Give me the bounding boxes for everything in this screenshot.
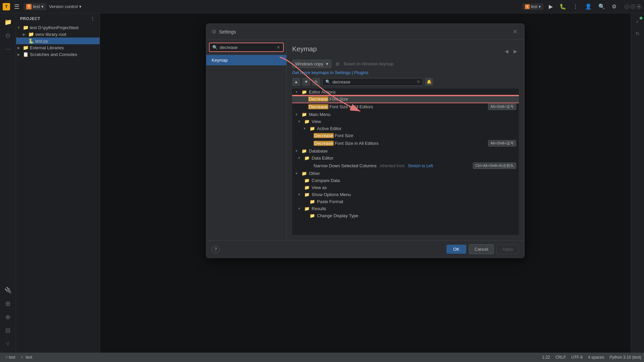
- folder-icon: 📁: [310, 199, 315, 204]
- decrease-font-size-all-item[interactable]: Decrease Font Size in All Editors Alt+Sh…: [292, 103, 519, 111]
- dialog-footer: ? OK Cancel Apply: [206, 240, 524, 258]
- tree-item-root[interactable]: ▼ 📁 test D:\pythonProject\test: [16, 24, 100, 31]
- view-as-subgroup[interactable]: 📁 View as: [292, 184, 519, 191]
- keymap-search-input[interactable]: [332, 79, 415, 84]
- more-options-button[interactable]: ⋮: [572, 3, 580, 10]
- line-separator[interactable]: CRLF: [555, 355, 566, 360]
- close-button[interactable]: ✕: [637, 4, 641, 9]
- decrease-font-size-item-2[interactable]: Decrease Font Size: [292, 132, 519, 139]
- hamburger-menu[interactable]: ☰: [13, 2, 21, 12]
- item-label: Decrease Font Size in All Editors: [314, 141, 378, 146]
- settings-nav-keymap[interactable]: Keymap: [206, 55, 286, 65]
- updates-icon[interactable]: ↻: [632, 28, 643, 39]
- dialog-close-button[interactable]: ✕: [511, 28, 519, 36]
- activity-terminal-icon[interactable]: ⊟: [2, 324, 14, 337]
- nav-arrows: ◀ ▶: [503, 48, 519, 55]
- apply-button[interactable]: Apply: [496, 244, 519, 254]
- tree-item-external-libs[interactable]: ▶ 📁 External Libraries: [16, 44, 100, 51]
- tree-label: venv library root: [35, 32, 97, 37]
- compare-data-subgroup[interactable]: 📁 Compare Data: [292, 177, 519, 184]
- group-label: Editor Actions: [309, 89, 516, 95]
- activity-project-icon[interactable]: 📁: [2, 16, 14, 28]
- tree-item-scratches[interactable]: ▶ 📋 Scratches and Consoles: [16, 51, 100, 58]
- show-options-menu-subgroup[interactable]: ▼ 📁 Show Options Menu: [292, 191, 519, 198]
- project-selector[interactable]: T test ▾: [23, 3, 46, 10]
- folder-icon: 📁: [304, 119, 310, 124]
- narrow-down-item[interactable]: Narrow Down Selected Columns inherited f…: [292, 162, 519, 170]
- settings-icon[interactable]: ⚙: [610, 3, 618, 10]
- account-icon[interactable]: 👤: [584, 3, 593, 10]
- version-control[interactable]: Version control ▾: [49, 4, 82, 9]
- activity-commit-icon[interactable]: ⊙: [2, 29, 14, 42]
- tree-item-venv[interactable]: ▶ 📁 venv library root: [16, 31, 100, 38]
- chevron-down-icon: ▼: [295, 90, 300, 94]
- search-icon[interactable]: 🔍: [597, 3, 606, 10]
- data-editor-subgroup[interactable]: ▼ 📁 Data Editor: [292, 155, 519, 162]
- filter-down-button[interactable]: ▼: [302, 78, 310, 86]
- bell-icon[interactable]: 🔔: [425, 78, 433, 86]
- item-label: Decrease Font Size: [308, 97, 348, 102]
- database-group[interactable]: ▼ 📁 Database: [292, 147, 519, 155]
- activity-branch-icon[interactable]: ⑂: [2, 338, 14, 350]
- chevron-down-icon: ▼: [295, 172, 300, 175]
- nav-forward-button[interactable]: ▶: [512, 48, 519, 55]
- subgroup-label: Show Options Menu: [312, 192, 516, 197]
- editor-actions-group[interactable]: ▼ 📁 Editor Actions: [292, 88, 519, 96]
- item-label: Decrease Font Size: [314, 133, 353, 138]
- gear-icon[interactable]: ⚙: [335, 61, 340, 67]
- dialog-title-area: ⚙ Settings: [212, 28, 236, 35]
- folder-icon: 📁: [302, 148, 307, 154]
- sidebar: Project ⋮ ▼ 📁 test D:\pythonProject\test…: [16, 13, 100, 353]
- ok-button[interactable]: OK: [446, 245, 466, 254]
- change-display-type-subgroup[interactable]: 📁 Change Display Type: [292, 212, 519, 219]
- maximize-button[interactable]: □: [631, 4, 635, 9]
- active-editor-subgroup[interactable]: ▼ 📁 Active Editor: [292, 125, 519, 132]
- settings-search-input[interactable]: [220, 45, 274, 50]
- shortcut-badge: Alt+Shift+逗号: [488, 140, 516, 146]
- sidebar-title: Project: [20, 16, 40, 21]
- activity-plugins-icon[interactable]: 🔌: [2, 284, 14, 296]
- activity-target-icon[interactable]: ⊕: [2, 311, 14, 323]
- run-button[interactable]: ▶: [547, 3, 554, 10]
- dialog-overlay: ⚙ Settings ✕ 🔍 ✕: [100, 13, 631, 353]
- sidebar-options-icon[interactable]: ⋮: [90, 15, 96, 22]
- encoding[interactable]: UTF-8: [571, 355, 583, 360]
- indent[interactable]: 4 spaces: [588, 355, 604, 360]
- chevron-down-icon: ▾: [79, 4, 82, 9]
- debug-button[interactable]: 🐛: [558, 3, 568, 10]
- activity-more-icon[interactable]: ⋯: [2, 43, 14, 55]
- minimize-button[interactable]: ─: [625, 4, 629, 9]
- dialog-body: 🔍 ✕ Keymap Keymap: [206, 40, 524, 240]
- notifications-icon[interactable]: ✓: [632, 16, 643, 27]
- help-button[interactable]: ?: [212, 245, 220, 253]
- tree-item-testpy[interactable]: 🐍 test.py: [16, 38, 100, 44]
- python-file-icon: 🐍: [28, 38, 34, 44]
- cancel-button[interactable]: Cancel: [469, 244, 494, 254]
- filter-edit-button[interactable]: ✎: [312, 78, 320, 86]
- folder-icon: 📁: [302, 112, 307, 117]
- python-version[interactable]: Python 3.10 (test): [609, 355, 641, 360]
- nav-back-button[interactable]: ◀: [503, 48, 510, 55]
- chevron-down-icon: ▼: [298, 156, 302, 160]
- chevron-down-icon: ▼: [298, 207, 302, 210]
- decrease-font-size-all-item-2[interactable]: Decrease Font Size in All Editors Alt+Sh…: [292, 139, 519, 147]
- paste-format-subgroup[interactable]: 📁 Paste Format: [292, 198, 519, 205]
- decrease-font-size-item[interactable]: Decrease Font Size: [292, 96, 519, 103]
- main-menu-group[interactable]: ▼ 📁 Main Menu: [292, 111, 519, 118]
- keymap-plugins-link[interactable]: Get more keymaps in Settings | Plugins: [292, 70, 519, 75]
- search-clear-icon[interactable]: ✕: [276, 45, 280, 50]
- search-clear-icon[interactable]: ✕: [417, 79, 420, 84]
- position-indicator[interactable]: 1:22: [542, 355, 550, 360]
- activity-layers-icon[interactable]: ⊞: [2, 298, 14, 310]
- other-group[interactable]: ▼ 📁 Other: [292, 170, 519, 177]
- tree-label: test D:\pythonProject\test: [30, 25, 97, 30]
- run-config-name: test: [531, 4, 537, 9]
- folder-icon: 📁: [302, 89, 307, 95]
- view-subgroup[interactable]: ▼ 📁 View: [292, 118, 519, 125]
- run-config-selector[interactable]: T test ▾: [522, 3, 543, 10]
- keymap-search-wrapper: 🔍 ✕: [322, 78, 423, 86]
- scheme-selector[interactable]: Windows copy ▾: [292, 60, 331, 68]
- results-subgroup[interactable]: ▼ 📁 Results: [292, 205, 519, 212]
- filter-up-button[interactable]: ▲: [292, 78, 300, 86]
- inherited-link[interactable]: Stretch to Left: [408, 164, 433, 168]
